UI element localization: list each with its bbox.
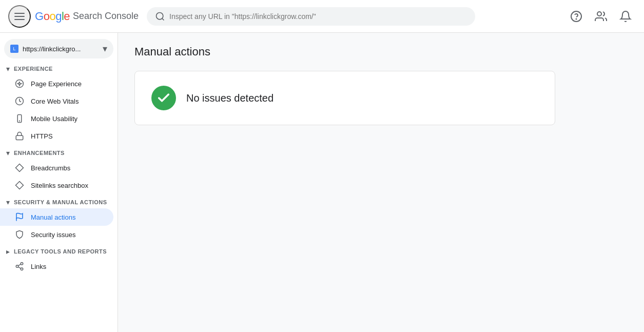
sidebar-item-mobile-usability-label: Mobile Usability xyxy=(31,115,77,123)
sidebar-item-links[interactable]: Links xyxy=(0,258,113,275)
svg-line-20 xyxy=(18,264,21,266)
header-actions xyxy=(566,6,636,27)
layout: L https://linkclickgro... ▾ ▾ Experience… xyxy=(0,33,644,332)
sidebar-item-https-label: HTTPS xyxy=(31,132,53,140)
sidebar-item-breadcrumbs-label: Breadcrumbs xyxy=(31,164,70,172)
sidebar-item-links-label: Links xyxy=(31,263,46,270)
collapse-icon: ▾ xyxy=(6,65,10,73)
svg-point-16 xyxy=(21,263,23,265)
sidebar-item-sitelinks-searchbox-label: Sitelinks searchbox xyxy=(31,182,88,189)
header-left: Google Search Console xyxy=(8,5,139,28)
legacy-tools-section-label: Legacy tools and reports xyxy=(14,248,107,255)
enhancements-section-header[interactable]: ▾ Enhancements xyxy=(0,145,118,159)
svg-point-3 xyxy=(157,12,163,19)
search-bar[interactable] xyxy=(147,7,475,26)
manage-users-button[interactable] xyxy=(591,6,611,27)
sidebar-item-security-issues[interactable]: Security issues xyxy=(0,226,113,243)
sidebar-item-breadcrumbs[interactable]: Breadcrumbs xyxy=(0,159,113,177)
lock-icon xyxy=(14,131,25,141)
diamond-icon-2 xyxy=(14,181,25,190)
header: Google Search Console xyxy=(0,0,644,33)
collapse-icon: ▾ xyxy=(6,149,10,157)
status-card: No issues detected xyxy=(134,71,555,125)
gauge-icon xyxy=(14,96,25,106)
dropdown-arrow-icon: ▾ xyxy=(103,43,107,54)
svg-rect-12 xyxy=(16,135,23,140)
url-inspect-input[interactable] xyxy=(169,12,467,21)
experience-section-label: Experience xyxy=(14,66,53,72)
sidebar-item-manual-actions-label: Manual actions xyxy=(31,213,75,221)
menu-button[interactable] xyxy=(8,5,31,28)
security-section-label: Security & Manual Actions xyxy=(14,199,107,205)
page-title: Manual actions xyxy=(134,45,628,58)
collapse-icon: ▾ xyxy=(6,198,10,206)
sidebar-item-https[interactable]: HTTPS xyxy=(0,127,113,145)
svg-point-7 xyxy=(597,12,601,16)
diamond-icon xyxy=(14,163,25,172)
search-icon xyxy=(155,11,165,22)
sidebar-item-page-experience-label: Page Experience xyxy=(31,80,82,88)
svg-point-17 xyxy=(16,265,18,268)
help-button[interactable] xyxy=(566,6,587,27)
phone-icon xyxy=(14,114,25,123)
sidebar-item-mobile-usability[interactable]: Mobile Usability xyxy=(0,110,113,127)
success-icon xyxy=(151,86,176,110)
svg-point-18 xyxy=(21,268,23,270)
logo: Google Search Console xyxy=(35,10,139,23)
star-icon xyxy=(14,79,25,88)
site-favicon: L xyxy=(10,45,18,53)
legacy-tools-section-header[interactable]: ▸ Legacy tools and reports xyxy=(0,243,118,258)
sidebar: L https://linkclickgro... ▾ ▾ Experience… xyxy=(0,33,118,332)
security-section-header[interactable]: ▾ Security & Manual Actions xyxy=(0,194,118,208)
enhancements-section-label: Enhancements xyxy=(14,150,65,156)
svg-line-19 xyxy=(18,267,21,268)
experience-section-header[interactable]: ▾ Experience xyxy=(0,61,118,75)
sidebar-item-security-issues-label: Security issues xyxy=(31,231,75,239)
svg-marker-13 xyxy=(16,164,24,172)
shield-icon xyxy=(14,230,25,239)
links-icon xyxy=(14,262,25,271)
sidebar-item-sitelinks-searchbox[interactable]: Sitelinks searchbox xyxy=(0,177,113,194)
sidebar-item-manual-actions[interactable]: Manual actions xyxy=(0,208,113,226)
status-message: No issues detected xyxy=(186,92,274,104)
sidebar-item-core-web-vitals-label: Core Web Vitals xyxy=(31,97,79,105)
svg-line-4 xyxy=(162,18,164,20)
site-selector[interactable]: L https://linkclickgro... ▾ xyxy=(4,39,113,58)
sidebar-item-page-experience[interactable]: Page Experience xyxy=(0,75,113,92)
site-url: https://linkclickgro... xyxy=(23,45,99,53)
flag-icon xyxy=(14,212,25,222)
notifications-button[interactable] xyxy=(615,6,636,27)
main-content: Manual actions No issues detected xyxy=(118,33,644,332)
product-name: Search Console xyxy=(73,11,139,22)
svg-marker-14 xyxy=(16,182,24,189)
google-wordmark: Google xyxy=(35,10,70,23)
sidebar-item-core-web-vitals[interactable]: Core Web Vitals xyxy=(0,92,113,110)
expand-icon: ▸ xyxy=(6,247,10,256)
